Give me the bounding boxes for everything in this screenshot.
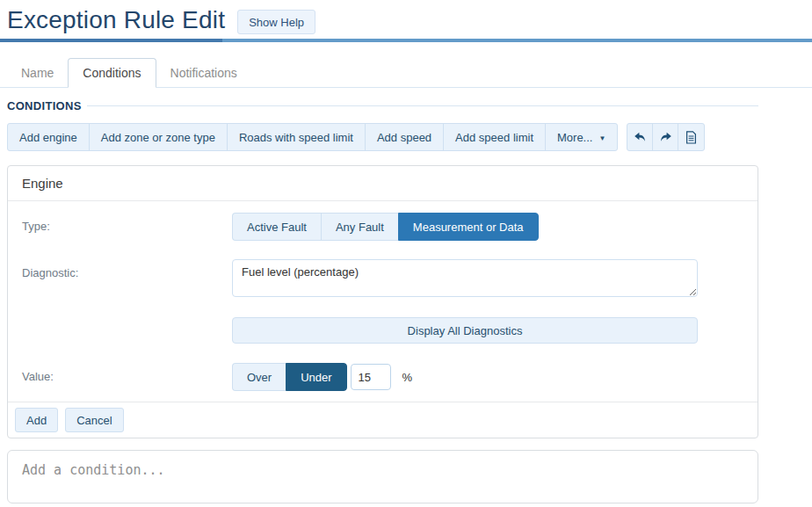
tab-conditions[interactable]: Conditions xyxy=(68,58,156,88)
add-zone-button[interactable]: Add zone or zone type xyxy=(90,124,228,150)
type-segmented-control: Active Fault Any Fault Measurement or Da… xyxy=(232,213,539,241)
add-button[interactable]: Add xyxy=(15,408,58,432)
value-option-under[interactable]: Under xyxy=(286,363,346,391)
document-button[interactable] xyxy=(678,124,704,150)
redo-button[interactable] xyxy=(653,124,678,150)
conditions-legend-row: CONDITIONS xyxy=(7,99,758,112)
document-icon xyxy=(685,131,697,144)
type-option-any-fault[interactable]: Any Fault xyxy=(321,213,398,241)
cancel-button[interactable]: Cancel xyxy=(65,408,123,432)
tab-notifications[interactable]: Notifications xyxy=(156,59,251,87)
display-diagnostics-row: Display All Diagnostics xyxy=(22,317,743,344)
type-row: Type: Active Fault Any Fault Measurement… xyxy=(22,213,743,241)
diagnostic-textarea[interactable]: Fuel level (percentage) xyxy=(232,259,698,297)
engine-panel-body: Type: Active Fault Any Fault Measurement… xyxy=(8,213,758,402)
type-option-active-fault[interactable]: Active Fault xyxy=(232,213,321,241)
display-all-diagnostics-button[interactable]: Display All Diagnostics xyxy=(232,317,698,344)
conditions-legend-line xyxy=(87,105,758,106)
more-button[interactable]: More...▼ xyxy=(546,124,617,150)
conditions-content: CONDITIONS Add engine Add zone or zone t… xyxy=(7,99,758,503)
value-controls: Over Under % xyxy=(232,363,412,391)
show-help-button[interactable]: Show Help xyxy=(237,10,315,34)
redo-icon xyxy=(659,132,672,143)
add-speed-button[interactable]: Add speed xyxy=(366,124,444,150)
conditions-legend: CONDITIONS xyxy=(7,99,82,112)
undo-button[interactable] xyxy=(627,124,653,150)
title-underline-accent xyxy=(0,39,222,42)
value-input[interactable] xyxy=(351,364,391,390)
engine-panel-title: Engine xyxy=(8,166,758,201)
chevron-down-icon: ▼ xyxy=(598,134,605,142)
add-condition-box[interactable]: Add a condition... xyxy=(7,450,758,503)
add-speed-limit-button[interactable]: Add speed limit xyxy=(444,124,546,150)
engine-panel: Engine Type: Active Fault Any Fault Meas… xyxy=(7,165,758,438)
value-unit: % xyxy=(402,371,413,384)
type-option-measurement[interactable]: Measurement or Data xyxy=(398,213,539,241)
title-underline xyxy=(0,39,812,42)
roads-speed-limit-button[interactable]: Roads with speed limit xyxy=(228,124,366,150)
page-title: Exception Rule Edit xyxy=(7,4,225,36)
diagnostic-label: Diagnostic: xyxy=(22,259,232,279)
add-engine-button[interactable]: Add engine xyxy=(8,124,90,150)
tab-name[interactable]: Name xyxy=(7,59,68,87)
value-option-over[interactable]: Over xyxy=(232,363,286,391)
value-label: Value: xyxy=(22,363,232,383)
add-condition-placeholder: Add a condition... xyxy=(22,462,165,478)
page-header: Exception Rule Edit Show Help xyxy=(0,0,812,36)
undo-icon xyxy=(634,132,647,143)
type-label: Type: xyxy=(22,213,232,233)
display-diagnostics-spacer xyxy=(22,317,232,324)
tab-bar: Name Conditions Notifications xyxy=(0,58,812,88)
value-row: Value: Over Under % xyxy=(22,363,743,391)
more-button-label: More... xyxy=(557,131,592,144)
over-under-segmented-control: Over Under xyxy=(232,363,347,391)
add-condition-button-group: Add engine Add zone or zone type Roads w… xyxy=(7,123,618,151)
conditions-toolbar: Add engine Add zone or zone type Roads w… xyxy=(7,123,758,151)
engine-panel-footer: Add Cancel xyxy=(8,402,758,438)
history-button-group xyxy=(627,123,705,151)
diagnostic-row: Diagnostic: Fuel level (percentage) xyxy=(22,259,743,297)
